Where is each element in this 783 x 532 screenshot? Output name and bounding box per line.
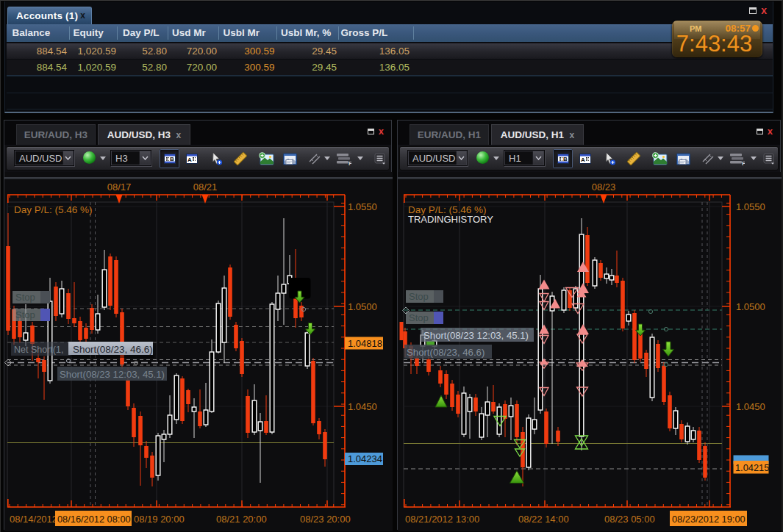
svg-text:08/19 20:00: 08/19 20:00 — [134, 514, 185, 525]
svg-text:08/21 20:00: 08/21 20:00 — [216, 514, 267, 525]
svg-text:1.0550: 1.0550 — [736, 201, 765, 212]
svg-text:Stop: Stop — [409, 291, 429, 302]
svg-text:08/23: 08/23 — [592, 181, 616, 193]
svg-text:Day P/L: (5.46 %): Day P/L: (5.46 %) — [14, 204, 93, 215]
svg-text:08/22 14:00: 08/22 14:00 — [518, 514, 569, 525]
svg-text:08/14/2012: 08/14/2012 — [10, 514, 57, 525]
svg-text:Short(08/23 12:03, 45.1): Short(08/23 12:03, 45.1) — [423, 330, 529, 341]
svg-text:1.0450: 1.0450 — [736, 401, 765, 412]
svg-text:A: A — [187, 157, 192, 163]
svg-text:1.04234: 1.04234 — [348, 453, 382, 464]
svg-text:1.0450: 1.0450 — [348, 401, 377, 412]
svg-text:1.0550: 1.0550 — [348, 201, 377, 212]
svg-text:1.04818: 1.04818 — [348, 338, 382, 349]
svg-text:Short(08/23, 46.6): Short(08/23, 46.6) — [73, 344, 153, 355]
svg-text:08/23/2012 19:00: 08/23/2012 19:00 — [672, 514, 746, 525]
svg-text:Stop: Stop — [15, 292, 35, 303]
svg-text:Stop: Stop — [15, 309, 35, 320]
svg-text:1.0500: 1.0500 — [348, 301, 377, 312]
svg-text:Stop: Stop — [409, 312, 429, 323]
svg-text:TRADINGHISTORY: TRADINGHISTORY — [408, 214, 493, 225]
svg-text:08/17: 08/17 — [107, 181, 132, 193]
svg-text:Short(08/23 12:03, 45.1): Short(08/23 12:03, 45.1) — [60, 369, 165, 380]
svg-text:1.0500: 1.0500 — [736, 301, 765, 312]
svg-text:Net Short(1,: Net Short(1, — [14, 345, 63, 355]
svg-text:08/23 20:00: 08/23 20:00 — [300, 514, 351, 525]
svg-text:08/23 05:00: 08/23 05:00 — [604, 514, 655, 525]
svg-text:A: A — [581, 157, 585, 163]
svg-text:08/16/2012 08:00: 08/16/2012 08:00 — [57, 514, 131, 525]
svg-text:Short(08/23, 46.6): Short(08/23, 46.6) — [407, 347, 485, 358]
svg-text:F: F — [348, 160, 351, 166]
svg-text:08/21/2012 13:00: 08/21/2012 13:00 — [405, 514, 479, 525]
svg-text:B: B — [170, 156, 174, 162]
svg-text:08/21: 08/21 — [193, 181, 218, 193]
svg-text:F: F — [742, 160, 745, 166]
svg-text:B: B — [563, 156, 568, 162]
svg-text:1.04215: 1.04215 — [735, 462, 769, 473]
